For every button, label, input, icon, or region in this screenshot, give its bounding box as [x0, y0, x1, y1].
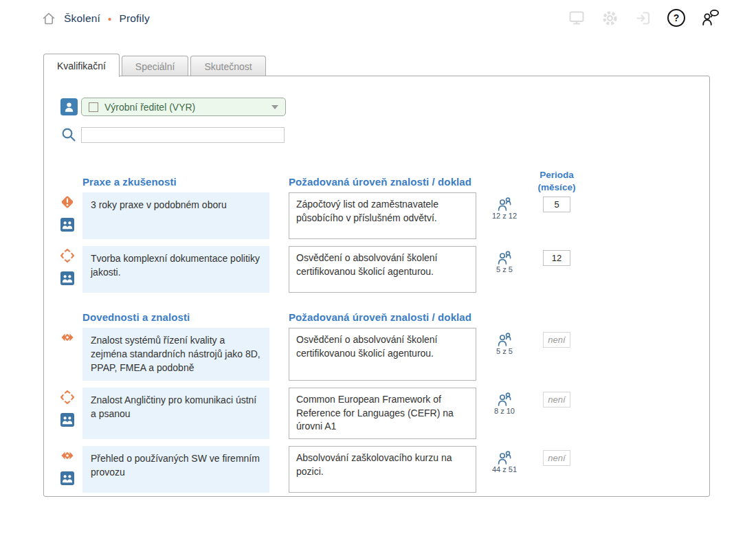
fulfillment-indicator: 44 z 51 [476, 446, 533, 493]
requirement-name: Znalost Angličtiny pro komunikaci ústní … [82, 388, 269, 439]
tab-specialni[interactable]: Speciální [122, 56, 189, 77]
fulfillment-indicator: 8 z 10 [476, 388, 533, 439]
period-input[interactable]: není [543, 450, 570, 466]
team-icon [60, 413, 82, 427]
team-icon [60, 218, 82, 232]
period-input[interactable]: není [543, 392, 570, 407]
row-icons [60, 446, 82, 493]
fulfillment-indicator: 12 z 12 [476, 192, 533, 239]
person-icon [60, 98, 78, 115]
period-header-line1: Perioda [533, 169, 581, 181]
profile-select[interactable]: Výrobní ředitel (VYR) [81, 98, 286, 116]
tab-label: Speciální [135, 61, 175, 72]
qualification-panel: Výrobní ředitel (VYR) Praxe a zkušenosti… [43, 76, 710, 497]
section-title: Praxe a zkušenosti [82, 176, 269, 188]
requirements-grid: Praxe a zkušenosti Požadovaná úroveň zna… [60, 163, 709, 493]
requirement-document[interactable]: Absolvování zaškolovacího kurzu na pozic… [289, 446, 476, 493]
breadcrumb: Školení • Profily [41, 11, 150, 26]
section-header-row: Dovednosti a znalosti Požadovaná úroveň … [60, 311, 709, 323]
fulfillment-indicator: 5 z 5 [476, 246, 533, 293]
section-title: Dovednosti a znalosti [82, 311, 269, 323]
monitor-icon[interactable] [568, 9, 586, 27]
help-icon[interactable]: ? [667, 9, 685, 27]
search-input[interactable] [81, 127, 285, 143]
settings-gear-icon[interactable] [601, 10, 619, 27]
refresh-chevrons-icon [60, 390, 82, 404]
breadcrumb-section[interactable]: Školení [64, 12, 100, 25]
row-icons [60, 246, 82, 293]
requirement-document[interactable]: Zápočtový list od zaměstnavatele působíc… [289, 192, 476, 239]
period-input[interactable]: není [543, 332, 570, 348]
user-feedback-icon[interactable] [701, 9, 720, 27]
diamond-arrows-icon [60, 331, 82, 344]
team-icon [60, 271, 82, 285]
requirement-name: Přehled o používaných SW ve firemním pro… [82, 446, 269, 493]
people-count-icon [497, 197, 513, 211]
people-count-icon [497, 333, 513, 346]
requirement-column-header: Požadovaná úroveň znalosti / doklad [289, 311, 476, 323]
tab-label: Kvalifikační [57, 60, 106, 71]
requirement-name: Tvorba komplexní dokumentace politiky ja… [82, 246, 269, 293]
row-icons [60, 388, 82, 439]
table-row: Znalost systémů řízení kvality a zejména… [60, 328, 709, 381]
top-bar: Školení • Profily ? [0, 0, 756, 40]
people-count-icon [497, 392, 513, 406]
requirement-document[interactable]: Osvědčení o absolvování školení certifik… [289, 246, 476, 293]
search-row [60, 126, 709, 143]
requirement-column-header: Požadovaná úroveň znalosti / doklad [289, 176, 476, 188]
section-header-row: Praxe a zkušenosti Požadovaná úroveň zna… [60, 163, 709, 188]
chevron-down-icon [271, 105, 278, 109]
fulfillment-count: 12 z 12 [492, 212, 517, 220]
tab-kvalifikacni[interactable]: Kvalifikační [43, 54, 120, 77]
requirement-document[interactable]: Common European Framework of Reference f… [289, 388, 476, 439]
period-header-line2: (měsíce) [533, 181, 581, 194]
period-column-header: Perioda (měsíce) [533, 169, 581, 194]
table-row: Znalost Angličtiny pro komunikaci ústní … [60, 388, 709, 439]
breadcrumb-page: Profily [119, 12, 149, 25]
fulfillment-count: 44 z 51 [492, 465, 517, 473]
requirement-document[interactable]: Osvědčení o absolvování školení certifik… [289, 328, 476, 381]
tab-label: Skutečnost [204, 61, 252, 72]
fulfillment-count: 5 z 5 [496, 265, 513, 273]
diamond-arrows-icon [60, 449, 82, 462]
fulfillment-indicator: 5 z 5 [476, 328, 533, 381]
table-row: 3 roky praxe v podobném oboru Zápočtový … [60, 192, 709, 239]
table-row: Tvorba komplexní dokumentace politiky ja… [60, 246, 709, 293]
team-icon [60, 471, 82, 485]
fulfillment-count: 8 z 10 [494, 407, 515, 415]
people-count-icon [497, 251, 513, 265]
period-input[interactable]: 12 [543, 250, 570, 266]
period-input[interactable]: 5 [543, 197, 570, 212]
table-row: Přehled o používaných SW ve firemním pro… [60, 446, 709, 493]
home-icon[interactable] [41, 11, 56, 26]
tab-bar: Kvalifikační Speciální Skutečnost [43, 54, 266, 77]
priority-exclamation-icon [60, 195, 82, 209]
search-icon [60, 126, 77, 143]
fulfillment-count: 5 z 5 [496, 347, 513, 355]
row-icons [60, 328, 82, 381]
requirement-name: Znalost systémů řízení kvality a zejména… [82, 328, 269, 381]
topbar-icons: ? [568, 9, 720, 27]
row-icons [60, 192, 82, 239]
breadcrumb-separator: • [108, 14, 111, 24]
profile-filter-row: Výrobní ředitel (VYR) [60, 98, 709, 116]
refresh-chevrons-icon [60, 249, 82, 263]
profile-select-value: Výrobní ředitel (VYR) [104, 102, 195, 113]
logout-icon[interactable] [634, 10, 652, 27]
profile-checkbox[interactable] [89, 102, 98, 112]
people-count-icon [497, 451, 513, 465]
tab-skutecnost[interactable]: Skutečnost [190, 56, 265, 77]
requirement-name: 3 roky praxe v podobném oboru [82, 192, 269, 239]
